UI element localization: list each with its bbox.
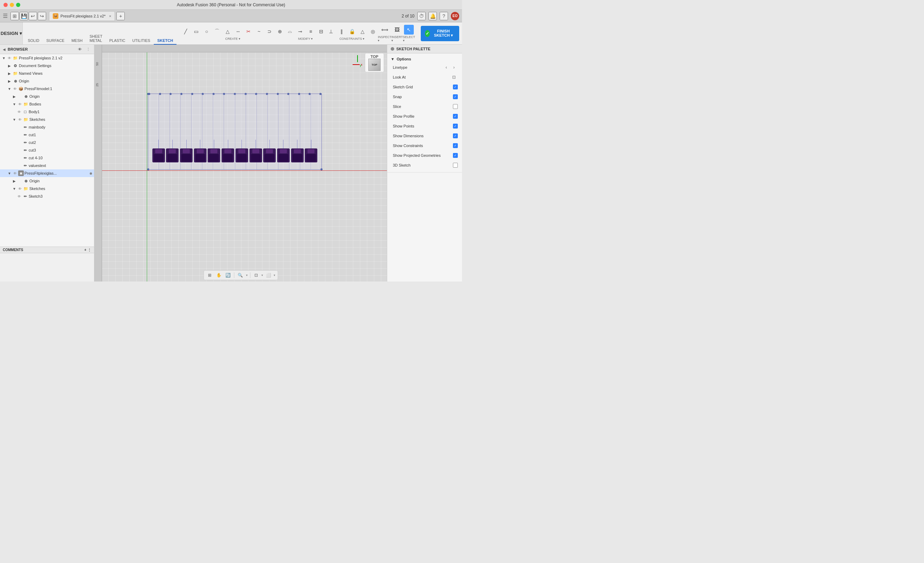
- palette-row-show-projected[interactable]: Show Projected Geometries ✓: [387, 151, 462, 160]
- body1-eye[interactable]: 👁: [17, 109, 22, 114]
- origin-plexiglas-arrow[interactable]: ▶: [12, 178, 17, 183]
- browser-eye-button[interactable]: 👁: [76, 46, 83, 52]
- minimize-button[interactable]: [10, 3, 14, 7]
- pattern-tool[interactable]: ⊟: [316, 27, 326, 36]
- pan-button[interactable]: ✋: [215, 271, 223, 279]
- palette-row-show-dimensions[interactable]: Show Dimensions ✓: [387, 131, 462, 141]
- sketches-arrow[interactable]: ▼: [12, 117, 17, 122]
- window-controls[interactable]: [3, 3, 20, 7]
- trim-tool[interactable]: ⊸: [295, 27, 305, 36]
- circle-constraint[interactable]: ◎: [368, 27, 378, 36]
- image-tool[interactable]: 🖼: [392, 25, 402, 34]
- tree-item-cut3[interactable]: ✏ cut3: [0, 146, 94, 154]
- palette-row-show-profile[interactable]: Show Profile ✓: [387, 111, 462, 121]
- offset-tool[interactable]: ⊃: [264, 27, 274, 36]
- slice-checkbox[interactable]: [453, 104, 458, 109]
- linetype-next-icon[interactable]: ›: [450, 64, 458, 71]
- maximize-button[interactable]: [16, 3, 20, 7]
- doc-settings-arrow[interactable]: ▶: [7, 63, 12, 68]
- design-workspace-button[interactable]: DESIGN ▾: [0, 22, 23, 44]
- origin-root-arrow[interactable]: ▶: [7, 79, 12, 84]
- bodies-eye[interactable]: 👁: [18, 102, 22, 106]
- display-arrow[interactable]: ▾: [274, 274, 275, 277]
- root-arrow[interactable]: ▼: [2, 55, 6, 60]
- snap-checkbox[interactable]: ✓: [453, 94, 458, 99]
- finish-sketch-button[interactable]: ✓ FINISH SKETCH ▾: [421, 26, 459, 41]
- rect-tool[interactable]: ▭: [191, 27, 201, 36]
- fillet-tool[interactable]: ⌓: [285, 27, 295, 36]
- canvas-area[interactable]: 50 25: [94, 45, 387, 282]
- show-points-checkbox[interactable]: ✓: [453, 124, 458, 129]
- show-constraints-checkbox[interactable]: ✓: [453, 143, 458, 148]
- line-tool[interactable]: ╱: [181, 27, 190, 36]
- tab-plastic[interactable]: PLASTIC: [106, 37, 129, 45]
- show-profile-checkbox[interactable]: ✓: [453, 114, 458, 119]
- browser-collapse[interactable]: ◀: [3, 48, 6, 51]
- tree-item-origin-model[interactable]: ▶ ⊕ Origin: [0, 93, 94, 100]
- pressfit-model-arrow[interactable]: ▼: [7, 86, 12, 91]
- tree-item-origin-root[interactable]: ▶ ⊕ Origin: [0, 77, 94, 85]
- measure-tool[interactable]: ⟺: [380, 25, 390, 34]
- spline-tool[interactable]: ~: [254, 27, 264, 36]
- project-tool[interactable]: ⊕: [275, 27, 285, 36]
- root-eye[interactable]: 👁: [7, 55, 12, 60]
- tree-item-body1[interactable]: 👁 □ Body1: [0, 108, 94, 115]
- view-cube-3d[interactable]: TOP: [368, 59, 381, 71]
- pressfit-plexiglas-eye[interactable]: 👁: [13, 171, 18, 176]
- pressfit-model-eye[interactable]: 👁: [13, 86, 18, 91]
- named-views-arrow[interactable]: ▶: [7, 71, 12, 76]
- home-button[interactable]: ⊞: [10, 12, 19, 20]
- sketch-grid-checkbox[interactable]: ✓: [453, 84, 458, 90]
- notifications-button[interactable]: 🔔: [429, 12, 437, 20]
- show-dimensions-checkbox[interactable]: ✓: [453, 133, 458, 138]
- palette-row-look-at[interactable]: Look At ⊡: [387, 72, 462, 82]
- tab-surface[interactable]: SURFACE: [43, 37, 68, 45]
- tab-utilities[interactable]: UTILITIES: [129, 37, 154, 45]
- display-button[interactable]: ⬜: [264, 271, 272, 279]
- tab-close-button[interactable]: ×: [109, 14, 111, 18]
- grid-button[interactable]: ⊡: [252, 271, 260, 279]
- options-section-header[interactable]: ▼ Options: [387, 55, 462, 63]
- 3d-sketch-checkbox[interactable]: [453, 163, 458, 168]
- palette-row-linetype[interactable]: Linetype ‹ ›: [387, 63, 462, 72]
- pressfit-plexiglas-arrow[interactable]: ▼: [7, 171, 12, 176]
- scissors-tool[interactable]: ✂: [244, 27, 254, 36]
- look-at-icon[interactable]: ⊡: [450, 73, 458, 81]
- add-tab-button[interactable]: +: [116, 12, 125, 20]
- tree-item-mainbody[interactable]: ✏ mainbody: [0, 123, 94, 131]
- app-menu-icon[interactable]: ☰: [3, 13, 8, 19]
- file-tab[interactable]: 📦 PressFit plexiglass 2.1 v2* ×: [49, 11, 115, 21]
- lock-tool[interactable]: 🔒: [347, 27, 357, 36]
- tree-item-sketches[interactable]: ▼ 👁 📁 Sketches: [0, 115, 94, 123]
- fit-all-button[interactable]: ⊞: [206, 271, 213, 279]
- undo-button[interactable]: ↩: [28, 12, 37, 20]
- palette-row-snap[interactable]: Snap ✓: [387, 92, 462, 102]
- help-button[interactable]: ?: [440, 12, 448, 20]
- comments-collapse-button[interactable]: ⋮: [88, 248, 91, 252]
- zoom-arrow[interactable]: ▾: [246, 274, 248, 277]
- tree-item-cut4-10[interactable]: ✏ cut 4-10: [0, 154, 94, 162]
- tree-item-sketches-plexiglas[interactable]: ▼ 👁 📁 Sketches: [0, 185, 94, 192]
- select-tool[interactable]: ↖: [404, 25, 414, 34]
- tab-sketch[interactable]: SKETCH: [154, 37, 177, 45]
- user-avatar[interactable]: EO: [451, 12, 459, 20]
- show-projected-checkbox[interactable]: ✓: [453, 153, 458, 158]
- palette-row-show-constraints[interactable]: Show Constraints ✓: [387, 141, 462, 151]
- history-button[interactable]: ⏱: [417, 12, 426, 20]
- tree-item-pressfit-model[interactable]: ▼ 👁 📦 PressFitmodel:1: [0, 85, 94, 93]
- parallel-tool[interactable]: ∥: [336, 27, 346, 36]
- tab-solid[interactable]: SOLID: [24, 37, 43, 45]
- perpendicular-tool[interactable]: ⊥: [326, 27, 336, 36]
- tree-item-root[interactable]: ▼ 👁 📁 PressFit plexiglass 2.1 v2: [0, 54, 94, 62]
- palette-row-show-points[interactable]: Show Points ✓: [387, 121, 462, 131]
- zoom-out-button[interactable]: 🔍: [236, 271, 244, 279]
- arc-tool[interactable]: ⌒: [212, 27, 222, 36]
- tree-item-pressfit-plexiglas[interactable]: ▼ 👁 ▣ PressFitplexiglas... ⏺: [0, 169, 94, 177]
- close-button[interactable]: [3, 3, 8, 7]
- triangle-constraint[interactable]: △: [357, 27, 367, 36]
- dimension-tool[interactable]: ↔: [233, 27, 243, 36]
- bodies-arrow[interactable]: ▼: [12, 102, 17, 106]
- view-cube[interactable]: TOP TOP: [365, 53, 384, 72]
- palette-row-sketch-grid[interactable]: Sketch Grid ✓: [387, 82, 462, 92]
- sketches-plexiglas-arrow[interactable]: ▼: [12, 186, 17, 191]
